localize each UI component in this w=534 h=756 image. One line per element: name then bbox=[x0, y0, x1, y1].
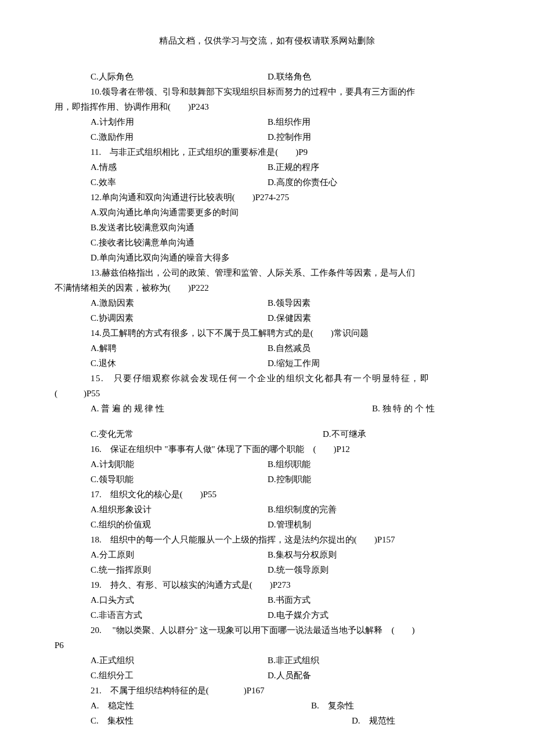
q20-stem-line1: 20. "物以类聚、人以群分" 这一现象可以用下面哪一说法最适当地予以解释 ( … bbox=[55, 623, 479, 637]
q19-options-cd: C.非语言方式 D.电子媒介方式 bbox=[55, 608, 479, 622]
q13-stem-line2: 不满情绪相关的因素，被称为( )P222 bbox=[55, 281, 479, 295]
q21-option-a: A. 稳定性 bbox=[91, 699, 311, 712]
q21-option-c: C. 集权性 bbox=[91, 714, 352, 728]
q9-option-c: C.人际角色 bbox=[91, 70, 268, 84]
q20-option-b: B.非正式组织 bbox=[268, 653, 479, 667]
q18-option-b: B.集权与分权原则 bbox=[268, 548, 479, 562]
q17-option-b: B.组织制度的完善 bbox=[268, 502, 479, 516]
q10-option-c: C.激励作用 bbox=[91, 130, 268, 144]
q18-options-cd: C.统一指挥原则 D.统一领导原则 bbox=[55, 563, 479, 577]
q19-option-b: B.书面方式 bbox=[268, 593, 479, 607]
q14-option-a: A.解聘 bbox=[91, 341, 268, 355]
page-container: 精品文档，仅供学习与交流，如有侵权请联系网站删除 C.人际角色 D.联络角色 1… bbox=[0, 0, 534, 756]
q19-stem: 19. 持久、有形、可以核实的沟通方式是( )P273 bbox=[55, 578, 479, 592]
q10-options-cd: C.激励作用 D.控制作用 bbox=[55, 130, 479, 144]
q20-options-cd: C.组织分工 D.人员配备 bbox=[55, 668, 479, 682]
q11-option-d: D.高度的你责任心 bbox=[268, 175, 479, 189]
q9-option-d: D.联络角色 bbox=[268, 70, 479, 84]
q21-options-cd: C. 集权性 D. 规范性 bbox=[55, 714, 479, 728]
q17-stem: 17. 组织文化的核心是( )P55 bbox=[55, 487, 479, 501]
q20-option-c: C.组织分工 bbox=[91, 668, 268, 682]
q14-option-d: D.缩短工作周 bbox=[268, 356, 479, 370]
q13-option-a: A.激励因素 bbox=[91, 296, 268, 310]
q17-options-cd: C.组织的价值观 D.管理机制 bbox=[55, 518, 479, 531]
q13-stem-line1: 13.赫兹伯格指出，公司的政策、管理和监管、人际关系、工作条件等因素，是与人们 bbox=[55, 266, 479, 280]
q16-option-d: D.控制职能 bbox=[268, 472, 479, 486]
q15-option-a: A. 普 遍 的 规 律 性 bbox=[91, 401, 372, 415]
q18-option-c: C.统一指挥原则 bbox=[91, 563, 268, 577]
q10-option-b: B.组织作用 bbox=[268, 115, 479, 129]
q10-options-ab: A.计划作用 B.组织作用 bbox=[55, 115, 479, 129]
q16-options-cd: C.领导职能 D.控制职能 bbox=[55, 472, 479, 486]
q12-option-a: A.双向沟通比单向沟通需要更多的时间 bbox=[55, 205, 479, 219]
q12-stem: 12.单向沟通和双向沟通进行比较表明( )P274-275 bbox=[55, 190, 479, 204]
q12-option-b: B.发送者比较满意双向沟通 bbox=[55, 220, 479, 234]
q14-options-ab: A.解聘 B.自然减员 bbox=[55, 341, 479, 355]
q21-options-ab: A. 稳定性 B. 复杂性 bbox=[55, 699, 479, 712]
q16-stem: 16. 保证在组织中 "事事有人做" 体现了下面的哪个职能 ( )P12 bbox=[55, 442, 479, 456]
q21-option-b: B. 复杂性 bbox=[311, 699, 479, 712]
q11-option-b: B.正规的程序 bbox=[268, 160, 479, 174]
q21-option-d: D. 规范性 bbox=[352, 714, 479, 728]
q21-stem: 21. 不属于组织结构特征的是( )P167 bbox=[55, 683, 479, 697]
q16-option-b: B.组织职能 bbox=[268, 457, 479, 471]
q12-option-c: C.接收者比较满意单向沟通 bbox=[55, 236, 479, 249]
q14-options-cd: C.退休 D.缩短工作周 bbox=[55, 356, 479, 370]
q15-option-b: B. 独 特 的 个 性 bbox=[372, 401, 479, 415]
q10-option-a: A.计划作用 bbox=[91, 115, 268, 129]
q15-options-ab: A. 普 遍 的 规 律 性 B. 独 特 的 个 性 bbox=[55, 401, 479, 415]
q16-option-c: C.领导职能 bbox=[91, 472, 268, 486]
q14-stem: 14.员工解聘的方式有很多，以下不属于员工解聘方式的是( )常识问题 bbox=[55, 326, 479, 340]
q15-option-c: C.变化无常 bbox=[91, 427, 323, 441]
q13-options-ab: A.激励因素 B.领导因素 bbox=[55, 296, 479, 310]
q19-option-d: D.电子媒介方式 bbox=[268, 608, 479, 622]
q20-stem-line2: P6 bbox=[55, 638, 479, 652]
q16-options-ab: A.计划职能 B.组织职能 bbox=[55, 457, 479, 471]
q13-option-d: D.保健因素 bbox=[268, 311, 479, 325]
q11-options-cd: C.效率 D.高度的你责任心 bbox=[55, 175, 479, 189]
q19-option-c: C.非语言方式 bbox=[91, 608, 268, 622]
q13-options-cd: C.协调因素 D.保健因素 bbox=[55, 311, 479, 325]
q20-option-d: D.人员配备 bbox=[268, 668, 479, 682]
q10-stem-line1: 10.领导者在带领、引导和鼓舞部下实现组织目标而努力的过程中，要具有三方面的作 bbox=[55, 85, 479, 99]
q17-option-c: C.组织的价值观 bbox=[91, 518, 268, 531]
q20-option-a: A.正式组织 bbox=[91, 653, 268, 667]
q16-option-a: A.计划职能 bbox=[91, 457, 268, 471]
q17-option-a: A.组织形象设计 bbox=[91, 502, 268, 516]
q19-options-ab: A.口头方式 B.书面方式 bbox=[55, 593, 479, 607]
q10-stem-line2: 用，即指挥作用、协调作用和( )P243 bbox=[55, 100, 479, 114]
q14-option-b: B.自然减员 bbox=[268, 341, 479, 355]
q9-options-cd: C.人际角色 D.联络角色 bbox=[55, 70, 479, 84]
q15-stem-line1: 15. 只要仔细观察你就会发现任何一个企业的组织文化都具有一个明显特征，即 bbox=[55, 371, 479, 385]
q13-option-b: B.领导因素 bbox=[268, 296, 479, 310]
q20-options-ab: A.正式组织 B.非正式组织 bbox=[55, 653, 479, 667]
q11-stem: 11. 与非正式组织相比，正式组织的重要标准是( )P9 bbox=[55, 145, 479, 159]
q18-options-ab: A.分工原则 B.集权与分权原则 bbox=[55, 548, 479, 562]
q17-option-d: D.管理机制 bbox=[268, 518, 479, 531]
spacer bbox=[55, 417, 479, 427]
q15-option-d: D.不可继承 bbox=[323, 427, 479, 441]
q12-option-d: D.单向沟通比双向沟通的噪音大得多 bbox=[55, 251, 479, 265]
q19-option-a: A.口头方式 bbox=[91, 593, 268, 607]
q11-option-a: A.情感 bbox=[91, 160, 268, 174]
q11-options-ab: A.情感 B.正规的程序 bbox=[55, 160, 479, 174]
q17-options-ab: A.组织形象设计 B.组织制度的完善 bbox=[55, 502, 479, 516]
header-note: 精品文档，仅供学习与交流，如有侵权请联系网站删除 bbox=[55, 34, 479, 48]
q15-stem-line2: ( )P55 bbox=[55, 386, 479, 400]
q13-option-c: C.协调因素 bbox=[91, 311, 268, 325]
q14-option-c: C.退休 bbox=[91, 356, 268, 370]
q15-options-cd: C.变化无常 D.不可继承 bbox=[55, 427, 479, 441]
q18-stem: 18. 组织中的每一个人只能服从一个上级的指挥，这是法约尔提出的( )P157 bbox=[55, 533, 479, 547]
q18-option-a: A.分工原则 bbox=[91, 548, 268, 562]
q11-option-c: C.效率 bbox=[91, 175, 268, 189]
q10-option-d: D.控制作用 bbox=[268, 130, 479, 144]
q18-option-d: D.统一领导原则 bbox=[268, 563, 479, 577]
